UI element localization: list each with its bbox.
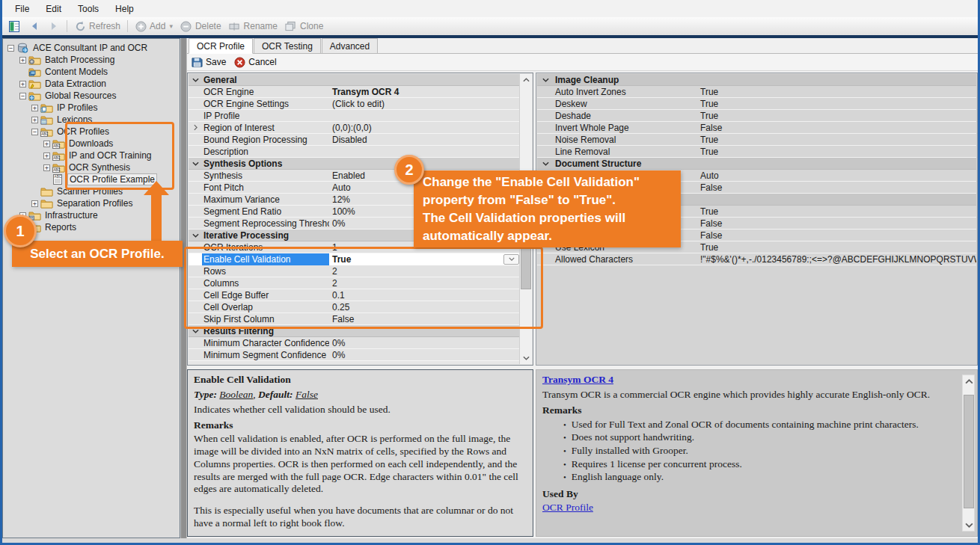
- property-value[interactable]: 0%: [329, 350, 519, 360]
- collapse-chevron-icon[interactable]: [537, 78, 554, 82]
- expand-plus-icon[interactable]: +: [31, 200, 38, 207]
- property-row-description[interactable]: Description: [189, 146, 519, 158]
- tree-node-ace-consultant-ip-and-ocr[interactable]: −ACE Consultant IP and OCR: [3, 42, 180, 54]
- section-header-general[interactable]: General: [189, 74, 519, 86]
- collapse-chevron-icon[interactable]: [537, 161, 554, 166]
- property-value[interactable]: True: [697, 99, 976, 109]
- property-value[interactable]: (Click to edit): [329, 99, 519, 109]
- property-row-ocr-engine[interactable]: OCR EngineTransym OCR 4: [189, 86, 519, 98]
- menu-item-help[interactable]: Help: [107, 1, 142, 16]
- property-row-skip-first-column[interactable]: Skip First ColumnFalse: [189, 313, 519, 325]
- collapse-chevron-icon[interactable]: [189, 161, 202, 166]
- add-button[interactable]: Add▾: [131, 19, 177, 34]
- property-value[interactable]: True: [697, 147, 976, 157]
- property-value[interactable]: Auto: [697, 170, 976, 181]
- forward-arrow-button[interactable]: [44, 19, 64, 34]
- scroll-down-icon[interactable]: [963, 519, 975, 531]
- property-row-cell-edge-buffer[interactable]: Cell Edge Buffer0.1: [189, 289, 519, 301]
- property-value[interactable]: 0.25: [329, 302, 519, 312]
- expand-chevron-icon[interactable]: [189, 124, 202, 131]
- property-row-invert-whole-page[interactable]: Invert Whole PageFalse: [537, 122, 976, 134]
- refresh-button[interactable]: Refresh: [70, 19, 124, 34]
- menu-item-tools[interactable]: Tools: [70, 1, 107, 16]
- property-value[interactable]: True: [697, 135, 976, 145]
- back-arrow-button[interactable]: [25, 19, 44, 34]
- collapse-minus-icon[interactable]: −: [19, 93, 26, 99]
- rename-button[interactable]: Rename: [225, 19, 281, 34]
- collapse-chevron-icon[interactable]: [189, 233, 202, 238]
- property-value[interactable]: 0%: [329, 338, 519, 348]
- expand-plus-icon[interactable]: +: [31, 117, 38, 123]
- property-value[interactable]: 2: [329, 278, 519, 289]
- scroll-down-icon[interactable]: [520, 352, 532, 364]
- property-value[interactable]: False: [697, 123, 976, 133]
- property-value[interactable]: !"#$%&'()*+,-./0123456789:;<=>?@ABCDEFGH…: [697, 254, 976, 265]
- menu-item-edit[interactable]: Edit: [37, 1, 70, 16]
- property-value[interactable]: False: [697, 230, 976, 241]
- property-row-region-of-interest[interactable]: Region of Interest(0,0):(0,0): [189, 122, 519, 134]
- collapse-minus-icon[interactable]: −: [31, 129, 38, 135]
- tab-ocr-testing[interactable]: OCR Testing: [254, 38, 321, 53]
- engine-title-link[interactable]: Transym OCR 4: [542, 374, 613, 385]
- cancel-button[interactable]: Cancel: [233, 56, 276, 68]
- property-row-line-removal[interactable]: Line RemovalTrue: [537, 146, 976, 158]
- tree-node-content-models[interactable]: Content Models: [3, 66, 180, 78]
- used-by-link[interactable]: OCR Profile: [542, 502, 593, 513]
- section-header-document-structure[interactable]: Document Structure: [537, 158, 976, 170]
- scroll-up-icon[interactable]: [520, 74, 532, 86]
- tab-ocr-profile[interactable]: OCR Profile: [189, 38, 253, 54]
- property-row-rows[interactable]: Rows2: [189, 265, 519, 277]
- property-row-ocr-engine-settings[interactable]: OCR Engine Settings(Click to edit): [189, 98, 519, 110]
- expand-plus-icon[interactable]: +: [43, 153, 50, 159]
- property-value[interactable]: Transym OCR 4: [329, 87, 519, 97]
- save-button[interactable]: Save: [191, 56, 226, 68]
- vertical-splitter[interactable]: [180, 38, 187, 538]
- property-value[interactable]: 2: [329, 266, 519, 277]
- property-value[interactable]: True: [329, 254, 519, 265]
- expand-plus-icon[interactable]: +: [19, 81, 26, 87]
- tree-node-ip-and-ocr-training[interactable]: + ABCIP and OCR Training: [3, 150, 180, 161]
- clone-button[interactable]: Clone: [281, 19, 327, 34]
- expand-plus-icon[interactable]: +: [31, 105, 38, 111]
- value-dropdown-button[interactable]: [503, 254, 519, 265]
- expand-plus-icon[interactable]: +: [43, 164, 50, 171]
- property-row-noise-removal[interactable]: Noise RemovalTrue: [537, 134, 976, 146]
- tree-node-downloads[interactable]: + ABCDownloads: [3, 138, 180, 150]
- property-value[interactable]: 0.1: [329, 290, 519, 301]
- tree-node-lexicons[interactable]: + Lexicons: [3, 114, 180, 126]
- navigator-grid-button[interactable]: [5, 19, 25, 34]
- property-value[interactable]: True: [697, 206, 976, 217]
- property-value[interactable]: False: [329, 314, 519, 324]
- property-value[interactable]: True: [697, 111, 976, 121]
- collapse-chevron-icon[interactable]: [189, 329, 202, 333]
- scroll-up-icon[interactable]: [963, 375, 975, 387]
- tree-node-ocr-synthesis[interactable]: + ABCOCR Synthesis: [3, 161, 180, 173]
- property-row-deskew[interactable]: DeskewTrue: [537, 98, 976, 110]
- property-row-enable-cell-validation[interactable]: Enable Cell ValidationTrue: [189, 253, 519, 265]
- property-value[interactable]: True: [697, 87, 976, 97]
- section-header-results-filtering[interactable]: Results Filtering: [189, 325, 519, 337]
- tree-node-batch-processing[interactable]: + Batch Processing: [3, 54, 180, 66]
- section-header-synthesis-options[interactable]: Synthesis Options: [189, 158, 519, 170]
- delete-button[interactable]: Delete: [177, 19, 225, 34]
- help-panel-scrollbar[interactable]: [962, 375, 975, 532]
- menu-item-file[interactable]: File: [7, 1, 37, 16]
- property-value[interactable]: False: [697, 182, 976, 193]
- tree-node-ip-profiles[interactable]: + IP Profiles: [3, 102, 180, 114]
- property-row-ip-profile[interactable]: IP Profile: [189, 110, 519, 122]
- scrollbar-thumb[interactable]: [964, 395, 974, 508]
- property-row-auto-invert-zones[interactable]: Auto Invert ZonesTrue: [537, 86, 976, 98]
- property-value[interactable]: (0,0):(0,0): [329, 123, 519, 133]
- node-tree-panel[interactable]: −ACE Consultant IP and OCR+ Batch Proces…: [2, 38, 180, 538]
- property-row-minimum-character-confidence[interactable]: Minimum Character Confidence0%: [189, 337, 519, 349]
- tree-node-ocr-profiles[interactable]: − ABCOCR Profiles: [3, 126, 180, 138]
- property-value[interactable]: Disabled: [329, 135, 519, 145]
- expand-plus-icon[interactable]: +: [43, 141, 50, 147]
- property-value[interactable]: True: [697, 242, 976, 253]
- property-row-cell-overlap[interactable]: Cell Overlap0.25: [189, 301, 519, 313]
- property-row-minimum-segment-confidence[interactable]: Minimum Segment Confidence0%: [189, 349, 519, 361]
- collapse-chevron-icon[interactable]: [189, 78, 202, 82]
- property-row-allowed-characters[interactable]: Allowed Characters!"#$%&'()*+,-./0123456…: [537, 253, 976, 265]
- property-row-columns[interactable]: Columns2: [189, 277, 519, 289]
- property-value[interactable]: False: [697, 218, 976, 229]
